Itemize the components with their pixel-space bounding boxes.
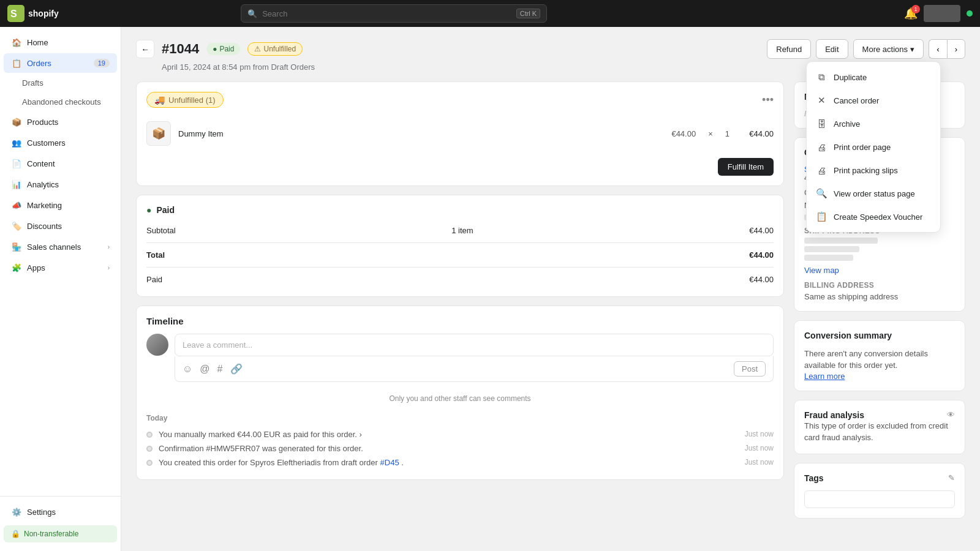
customers-icon: 👥 — [11, 137, 22, 148]
sidebar-item-products[interactable]: 📦 Products — [4, 112, 117, 132]
sidebar-products-label: Products — [27, 118, 58, 127]
search-icon: 🔍 — [247, 9, 257, 18]
order-title: #1044 — [162, 41, 199, 57]
svg-text:S: S — [10, 9, 17, 19]
arrow-icon: › — [360, 430, 362, 439]
unfulfilled-card-badge: 🚚 Unfulfilled (1) — [146, 92, 224, 108]
link-icon[interactable]: 🔗 — [230, 363, 243, 375]
refund-button[interactable]: Refund — [767, 39, 811, 59]
edit-tags-icon[interactable]: ✎ — [948, 473, 955, 482]
fraud-card: Fraud analysis 👁 This type of order is e… — [794, 400, 965, 454]
non-transferable-label: Non-transferable — [24, 530, 78, 538]
print-order-icon: 🖨 — [815, 141, 827, 153]
subtotal-items: 1 item — [451, 226, 473, 235]
print-order-label: Print order page — [834, 143, 891, 152]
sidebar-customers-label: Customers — [27, 138, 66, 148]
post-button[interactable]: Post — [734, 361, 766, 377]
paid-row: Paid €44.00 — [146, 272, 774, 287]
address-blur-2 — [804, 246, 859, 252]
draft-order-link[interactable]: #D45 — [380, 458, 399, 467]
products-icon: 📦 — [11, 116, 22, 127]
sidebar-item-settings[interactable]: ⚙️ Settings — [4, 502, 117, 522]
more-actions-button[interactable]: More actions ▾ — [853, 39, 924, 59]
eye-icon[interactable]: 👁 — [947, 410, 955, 419]
print-order-item[interactable]: 🖨 Print order page — [807, 135, 940, 159]
unfulfilled-more-button[interactable]: ••• — [762, 94, 774, 107]
timeline-event-3: You created this order for Spyros Elefth… — [146, 455, 774, 470]
sidebar-marketing-label: Marketing — [27, 201, 62, 210]
topnav-right: 🔔 1 — [904, 5, 973, 22]
view-status-item[interactable]: 🔍 View order status page — [807, 182, 940, 205]
sidebar-item-orders[interactable]: 📋 Orders 19 — [4, 53, 117, 73]
mention-icon[interactable]: @ — [200, 364, 209, 375]
back-button[interactable]: ← — [136, 40, 154, 58]
sidebar-home-label: Home — [27, 38, 48, 47]
sidebar-item-abandoned[interactable]: Abandoned checkouts — [4, 93, 117, 111]
timeline-card: Timeline Leave a comment... ☺ @ # 🔗 — [136, 305, 784, 480]
next-order-button[interactable]: › — [947, 39, 965, 59]
timeline-text-3: You created this order for Spyros Elefth… — [159, 458, 739, 467]
view-map-link[interactable]: View map — [804, 266, 839, 275]
content-icon: 📄 — [11, 158, 22, 169]
non-transferable-icon: 🔒 — [11, 530, 20, 538]
timeline-dot-3 — [146, 460, 153, 466]
fraud-header: Fraud analysis 👁 — [804, 410, 955, 420]
sidebar-item-sales-channels[interactable]: 🏪 Sales channels › — [4, 237, 117, 257]
chevron-right-icon: › — [108, 244, 110, 250]
fulfill-item-button[interactable]: Fulfill Item — [718, 158, 774, 176]
unfulfilled-label: Unfulfilled — [263, 45, 296, 53]
item-price: €44.00 — [671, 129, 696, 138]
edit-button[interactable]: Edit — [816, 39, 848, 59]
nav-arrows: ‹ › — [929, 39, 965, 59]
billing-section-label: Billing address — [804, 281, 955, 290]
status-dot — [967, 10, 973, 17]
paid-row-amount: €44.00 — [749, 275, 774, 284]
timeline-dot-2 — [146, 446, 153, 452]
item-name: Dummy Item — [178, 129, 664, 138]
item-row: 📦 Dummy Item €44.00 × 1 €44.00 — [146, 115, 774, 152]
fulfill-btn-wrap: Fulfill Item — [146, 158, 774, 176]
conversion-card: Conversion summary There aren't any conv… — [794, 320, 965, 391]
search-input[interactable] — [262, 9, 511, 18]
tags-input[interactable] — [804, 490, 955, 508]
sidebar-sales-channels-label: Sales channels — [27, 242, 81, 252]
emoji-icon[interactable]: ☺ — [183, 364, 192, 375]
create-voucher-item[interactable]: 📋 Create Speedex Voucher — [807, 205, 940, 228]
print-packing-item[interactable]: 🖨 Print packing slips — [807, 159, 940, 182]
settings-icon: ⚙️ — [11, 506, 22, 517]
shopify-logo: S shopify — [7, 5, 59, 22]
learn-more-link[interactable]: Learn more — [804, 372, 845, 381]
timeline-text-2: Confirmation #HMW5FRR07 was generated fo… — [159, 444, 739, 453]
duplicate-item[interactable]: ⧉ Duplicate — [807, 66, 940, 89]
total-amount: €44.00 — [749, 250, 774, 260]
duplicate-label: Duplicate — [834, 73, 867, 82]
hashtag-icon[interactable]: # — [217, 364, 223, 375]
cancel-order-item[interactable]: ✕ Cancel order — [807, 89, 940, 112]
notification-button[interactable]: 🔔 1 — [904, 7, 918, 20]
create-voucher-label: Create Speedex Voucher — [834, 212, 922, 222]
prev-order-button[interactable]: ‹ — [929, 39, 947, 59]
sidebar-item-marketing[interactable]: 📣 Marketing — [4, 195, 117, 215]
search-bar[interactable]: 🔍 Ctrl K — [241, 4, 547, 23]
paid-card-header: ● Paid — [146, 205, 774, 215]
sidebar-bottom: ⚙️ Settings 🔒 Non-transferable — [0, 496, 121, 546]
item-total: €44.00 — [737, 129, 774, 138]
sidebar-item-content[interactable]: 📄 Content — [4, 154, 117, 173]
comment-input[interactable]: Leave a comment... — [175, 334, 774, 356]
address-blur-1 — [804, 238, 878, 244]
sidebar-item-discounts[interactable]: 🏷️ Discounts — [4, 216, 117, 236]
sidebar-item-analytics[interactable]: 📊 Analytics — [4, 174, 117, 194]
sidebar-abandoned-label: Abandoned checkouts — [22, 97, 101, 107]
sidebar-item-home[interactable]: 🏠 Home — [4, 32, 117, 52]
sidebar-item-apps[interactable]: 🧩 Apps › — [4, 258, 117, 277]
sidebar-settings-label: Settings — [27, 508, 56, 517]
sales-channels-icon: 🏪 — [11, 241, 22, 252]
sidebar-item-drafts[interactable]: Drafts — [4, 74, 117, 92]
apps-icon: 🧩 — [11, 262, 22, 273]
sidebar-item-customers[interactable]: 👥 Customers — [4, 133, 117, 152]
tags-header: Tags ✎ — [804, 473, 955, 483]
chevron-right-apps-icon: › — [108, 264, 110, 271]
timeline-event-2: Confirmation #HMW5FRR07 was generated fo… — [146, 441, 774, 455]
archive-item[interactable]: 🗄 Archive — [807, 112, 940, 135]
staff-note: Only you and other staff can see comment… — [146, 389, 774, 408]
